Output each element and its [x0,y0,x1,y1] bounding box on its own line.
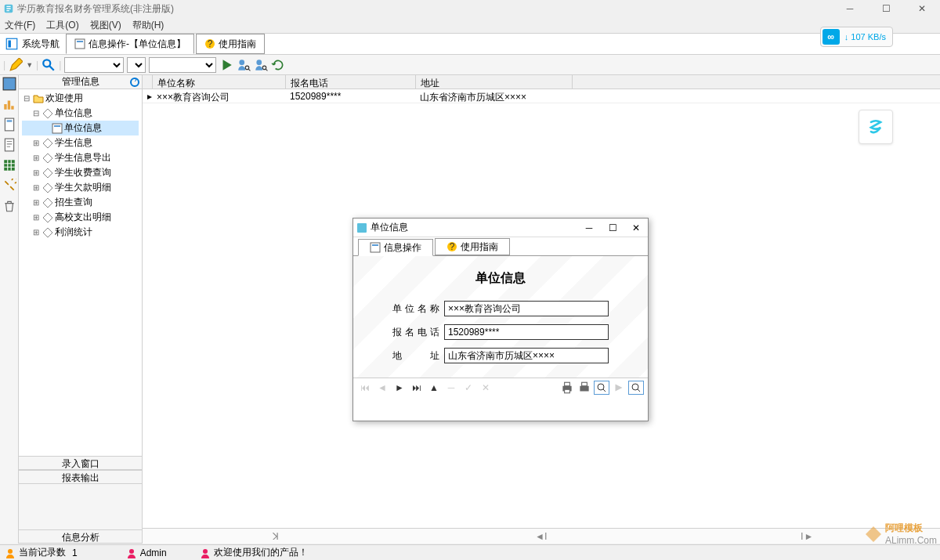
section-report[interactable]: 报表输出 [19,470,142,484]
tree-unit-info-sub[interactable]: 单位信息 [22,121,139,135]
floating-logo[interactable] [859,110,893,144]
close-button[interactable]: ✕ [904,0,940,17]
input-phone[interactable] [444,324,609,340]
person-search-icon[interactable] [237,58,251,72]
svg-point-10 [257,60,262,65]
status-user: Admin [140,547,167,558]
doc2-icon[interactable] [2,138,16,152]
label-addr: 地 址 [392,349,439,363]
tree-profit-stats[interactable]: ⊞利润统计 [22,225,139,240]
grid-header: 单位名称 报名电话 地址 [143,75,940,89]
diamond-icon [42,153,53,164]
combo-3[interactable] [149,57,216,73]
nav-cancel-icon[interactable]: ✕ [477,382,494,393]
input-addr[interactable] [444,348,609,363]
svg-rect-21 [371,243,380,252]
dialog-minimize-button[interactable]: ─ [577,219,601,237]
print-icon[interactable] [559,381,575,395]
minimize-button[interactable]: ─ [832,0,868,17]
status-records: 当前记录数 [19,546,66,559]
section-analysis[interactable]: 信息分析 [19,529,142,544]
combo-2[interactable] [127,57,146,73]
watermark: 阿哩模板 ALimm.Com [862,522,937,546]
tools-icon[interactable] [2,179,16,193]
speed-indicator: ∞ ↓ 107 KB/s [820,27,893,47]
dialog-titlebar[interactable]: 单位信息 ─ ☐ ✕ [353,219,648,237]
grid-icon[interactable] [2,158,16,172]
svg-rect-26 [565,382,570,386]
combo-1[interactable] [64,57,124,73]
nav-first-icon[interactable]: ⏮ [356,382,374,393]
tree-enroll-query[interactable]: ⊞招生查询 [22,195,139,210]
prev-page-icon[interactable]: ◄ꓲ [408,531,674,542]
refresh-icon[interactable] [271,58,285,72]
speed-value: ↓ 107 KB/s [844,32,886,42]
chart-icon[interactable] [2,97,16,111]
tree-fee-query[interactable]: ⊞学生收费查询 [22,165,139,180]
dialog-tab-operate[interactable]: 信息操作 [358,239,433,256]
tab-guide[interactable]: ? 使用指南 [196,34,265,54]
print2-icon[interactable] [577,381,592,395]
svg-point-7 [43,60,50,67]
label-name: 单位名称 [392,302,439,316]
search-doc-icon[interactable] [594,381,609,395]
nav-icon[interactable] [5,37,19,51]
svg-rect-16 [4,160,15,171]
pencil-icon[interactable] [9,58,23,72]
row-indicator-icon: ▸ [143,89,152,103]
trash-icon[interactable] [2,199,16,213]
sidebar-refresh-icon[interactable] [129,77,140,88]
person-search-icon-2[interactable] [254,58,268,72]
svg-rect-4 [77,41,83,42]
dialog-close-button[interactable]: ✕ [624,219,648,237]
user-pink-icon [126,547,137,558]
tree-student-export[interactable]: ⊞学生信息导出 [22,150,139,165]
table-row[interactable]: ▸ ×××教育咨询公司 1520989**** 山东省济南市历城区×××× [143,89,940,103]
nav-check-icon[interactable]: ✓ [460,382,477,393]
main-tabs: 系统导航 信息操作-【单位信息】 ? 使用指南 [0,33,940,55]
nav-down-icon[interactable]: ─ [443,382,460,393]
find-icon[interactable] [42,58,56,72]
tree-debt-detail[interactable]: ⊞学生欠款明细 [22,180,139,195]
input-name[interactable] [444,301,609,316]
col-phone[interactable]: 报名电话 [286,75,416,89]
nav-label[interactable]: 系统导航 [22,38,60,51]
tree-root[interactable]: ⊟ 欢迎使用 [22,91,139,106]
menu-view[interactable]: 视图(V) [90,19,121,32]
tab-unit-info[interactable]: 信息操作-【单位信息】 [66,34,194,54]
svg-rect-3 [75,39,85,49]
tree-student-info[interactable]: ⊞学生信息 [22,135,139,150]
window-icon[interactable] [2,77,16,91]
maximize-button[interactable]: ☐ [868,0,904,17]
menu-file[interactable]: 文件(F) [5,19,35,32]
nav-prev-icon[interactable]: ◄ [374,382,391,393]
search2-icon[interactable] [628,381,644,395]
play-icon[interactable] [219,58,233,72]
svg-rect-29 [582,382,588,386]
doc-icon[interactable] [2,117,16,132]
help-icon: ? [446,241,457,252]
svg-rect-18 [52,124,62,133]
nav-next-icon[interactable]: ► [391,382,408,393]
menubar: 文件(F) 工具(O) 视图(V) 帮助(H) [0,17,940,33]
menu-tools[interactable]: 工具(O) [46,19,78,32]
section-entry[interactable]: 录入窗口 [19,456,142,470]
svg-point-9 [246,66,250,70]
tree-unit-info[interactable]: ⊟ 单位信息 [22,106,139,121]
help-icon: ? [204,38,215,49]
arrow-icon[interactable] [611,381,627,395]
tree-school-expense[interactable]: ⊞高校支出明细 [22,210,139,225]
col-name[interactable]: 单位名称 [153,75,286,89]
svg-rect-12 [3,78,16,90]
status-count: 1 [72,547,78,558]
diamond-icon [42,108,53,119]
first-page-icon[interactable]: ꓘ [143,531,408,542]
dialog-tab-guide[interactable]: ? 使用指南 [435,238,510,255]
user-orange-icon [5,547,16,558]
nav-up-icon[interactable]: ▲ [425,382,443,393]
dialog-tabs: 信息操作 ? 使用指南 [353,237,648,256]
dialog-maximize-button[interactable]: ☐ [601,219,624,237]
col-addr[interactable]: 地址 [416,75,573,89]
menu-help[interactable]: 帮助(H) [132,19,164,32]
nav-last-icon[interactable]: ⏭ [408,382,425,393]
